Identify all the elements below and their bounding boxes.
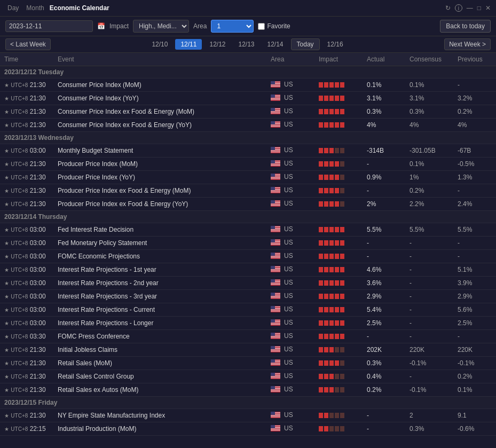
svg-rect-219 bbox=[271, 386, 275, 389]
cell-consensus: 2 bbox=[405, 409, 453, 422]
cell-consensus: -0.1% bbox=[405, 357, 453, 370]
maximize-icon[interactable]: □ bbox=[477, 4, 481, 12]
svg-rect-97 bbox=[271, 231, 280, 231]
cell-impact bbox=[314, 92, 363, 105]
table-row[interactable]: ★ UTC+8 21:30NY Empire State Manufacturi… bbox=[0, 409, 496, 422]
table-row[interactable]: ★ UTC+8 03:00Fed Interest Rate DecisionU… bbox=[0, 223, 496, 237]
cell-event[interactable]: Retail Sales Control Group bbox=[53, 370, 266, 383]
nav-today-button[interactable]: Today bbox=[291, 38, 320, 50]
cell-event[interactable]: Interest Rate Projections - 3rd year bbox=[53, 290, 266, 303]
table-row[interactable]: ★ UTC+8 21:30Producer Price Index (YoY)U… bbox=[0, 171, 496, 184]
cell-event[interactable]: Interest Rate Projections - Current bbox=[53, 303, 266, 317]
table-row[interactable]: ★ UTC+8 03:30FOMC Press ConferenceUS--- bbox=[0, 330, 496, 343]
info-icon[interactable]: i bbox=[455, 4, 462, 12]
back-today-button[interactable]: Back to today bbox=[440, 20, 491, 33]
calendar-icon[interactable]: 📅 bbox=[97, 22, 105, 30]
cell-event[interactable]: Interest Rate Projections - Longer bbox=[53, 317, 266, 330]
cell-actual: 0.3% bbox=[363, 105, 405, 119]
cell-event[interactable]: Producer Price Index (YoY) bbox=[53, 171, 266, 184]
cell-event[interactable]: Interest Rate Projections - 1st year bbox=[53, 263, 266, 277]
cell-event[interactable]: Producer Price Index ex Food & Energy (M… bbox=[53, 184, 266, 198]
table-row[interactable]: ★ UTC+8 03:00Interest Rate Projections -… bbox=[0, 277, 496, 290]
refresh-icon[interactable]: ↻ bbox=[445, 4, 451, 12]
nav-date-1214[interactable]: 12/14 bbox=[262, 39, 289, 50]
svg-rect-175 bbox=[271, 336, 280, 337]
cell-event[interactable]: Fed Monetary Policy Statement bbox=[53, 237, 266, 250]
cell-event[interactable]: Initial Jobless Claims bbox=[53, 343, 266, 357]
table-row[interactable]: ★ UTC+8 03:00Interest Rate Projections -… bbox=[0, 317, 496, 330]
cell-event[interactable]: S&P Global Composite PMI bbox=[53, 436, 266, 437]
next-week-button[interactable]: Next Week > bbox=[444, 38, 491, 50]
table-row[interactable]: ★ UTC+8 21:30Retail Sales Control GroupU… bbox=[0, 370, 496, 383]
table-row[interactable]: ★ UTC+8 03:00Interest Rate Projections -… bbox=[0, 263, 496, 277]
cell-event[interactable]: Industrial Production (MoM) bbox=[53, 422, 266, 436]
table-row[interactable]: ★ UTC+8 21:30Consumer Price Index (YoY)U… bbox=[0, 92, 496, 105]
cell-time: ★ UTC+8 21:30 bbox=[0, 184, 53, 198]
cell-event[interactable]: Retail Sales ex Autos (MoM) bbox=[53, 383, 266, 397]
close-icon[interactable]: ✕ bbox=[485, 4, 491, 12]
cell-area: US bbox=[266, 263, 314, 277]
table-row[interactable]: ★ UTC+8 03:00Monthly Budget StatementUS-… bbox=[0, 144, 496, 158]
header-time: Time bbox=[0, 53, 53, 66]
table-row[interactable]: ★ UTC+8 21:30Consumer Price Index (MoM)U… bbox=[0, 78, 496, 92]
table-row[interactable]: ★ UTC+8 21:30Producer Price Index ex Foo… bbox=[0, 198, 496, 211]
date-input[interactable] bbox=[5, 20, 93, 32]
table-row[interactable]: ★ UTC+8 03:00FOMC Economic ProjectionsUS… bbox=[0, 250, 496, 263]
table-row[interactable]: ★ UTC+8 03:00Interest Rate Projections -… bbox=[0, 290, 496, 303]
nav-date-1212[interactable]: 12/12 bbox=[204, 39, 231, 50]
table-row[interactable]: ★ UTC+8 21:30Initial Jobless ClaimsUS202… bbox=[0, 343, 496, 357]
cell-event[interactable]: Producer Price Index ex Food & Energy (Y… bbox=[53, 198, 266, 211]
svg-rect-117 bbox=[271, 257, 280, 258]
cell-event[interactable]: Monthly Budget Statement bbox=[53, 144, 266, 158]
section-header: 2023/12/13 Wednesday bbox=[0, 132, 496, 144]
cell-event[interactable]: FOMC Economic Projections bbox=[53, 250, 266, 263]
cell-event[interactable]: NY Empire State Manufacturing Index bbox=[53, 409, 266, 422]
favorite-checkbox[interactable] bbox=[258, 23, 265, 30]
svg-rect-145 bbox=[271, 296, 280, 297]
cell-event[interactable]: FOMC Press Conference bbox=[53, 330, 266, 343]
cell-previous: 1.3% bbox=[453, 171, 496, 184]
cell-event[interactable]: Retail Sales (MoM) bbox=[53, 357, 266, 370]
cell-event[interactable]: Consumer Price Index ex Food & Energy (Y… bbox=[53, 119, 266, 132]
table-row[interactable]: ★ UTC+8 21:30Producer Price Index (MoM)U… bbox=[0, 158, 496, 171]
tab-month[interactable]: Month bbox=[24, 3, 46, 13]
table-row[interactable]: ★ UTC+8 21:30Retail Sales ex Autos (MoM)… bbox=[0, 383, 496, 397]
svg-rect-118 bbox=[271, 258, 280, 259]
svg-rect-79 bbox=[271, 187, 275, 190]
nav-date-1213[interactable]: 12/13 bbox=[233, 39, 259, 50]
svg-rect-176 bbox=[271, 337, 280, 337]
table-row[interactable]: ★ UTC+8 21:30Retail Sales (MoM)US0.3%-0.… bbox=[0, 357, 496, 370]
nav-date-1210[interactable]: 12/10 bbox=[146, 39, 173, 50]
cell-actual: 2% bbox=[363, 198, 405, 211]
nav-date-1216[interactable]: 12/16 bbox=[322, 39, 349, 50]
cell-event[interactable]: Fed Interest Rate Decision bbox=[53, 223, 266, 237]
minimize-icon[interactable]: — bbox=[467, 4, 473, 12]
prev-week-button[interactable]: < Last Week bbox=[5, 38, 51, 50]
cell-area: US bbox=[266, 158, 314, 171]
tab-day[interactable]: Day bbox=[5, 3, 21, 13]
svg-rect-129 bbox=[271, 266, 275, 269]
table-row[interactable]: ★ UTC+8 22:15Industrial Production (MoM)… bbox=[0, 422, 496, 436]
cell-event[interactable]: Consumer Price Index (MoM) bbox=[53, 78, 266, 92]
cell-event[interactable]: Producer Price Index (MoM) bbox=[53, 158, 266, 171]
cell-area: US bbox=[266, 277, 314, 290]
header-event: Event bbox=[53, 53, 266, 66]
nav-date-1211[interactable]: 12/11 bbox=[175, 39, 202, 50]
area-dropdown[interactable]: 1 bbox=[211, 20, 254, 33]
svg-rect-98 bbox=[271, 232, 280, 232]
table-row[interactable]: ★ UTC+8 22:45S&P Global Composite PMIUS-… bbox=[0, 436, 496, 437]
impact-dropdown[interactable]: High., Medi... bbox=[133, 20, 189, 33]
cell-event[interactable]: Interest Rate Projections - 2nd year bbox=[53, 277, 266, 290]
svg-rect-177 bbox=[271, 337, 280, 338]
svg-rect-37 bbox=[271, 126, 280, 127]
favorite-checkbox-label[interactable]: Favorite bbox=[258, 22, 290, 30]
table-row[interactable]: ★ UTC+8 03:00Fed Monetary Policy Stateme… bbox=[0, 237, 496, 250]
table-row[interactable]: ★ UTC+8 21:30Consumer Price Index ex Foo… bbox=[0, 105, 496, 119]
cell-event[interactable]: Consumer Price Index (YoY) bbox=[53, 92, 266, 105]
cell-time: ★ UTC+8 03:00 bbox=[0, 290, 53, 303]
table-row[interactable]: ★ UTC+8 21:30Producer Price Index ex Foo… bbox=[0, 184, 496, 198]
table-row[interactable]: ★ UTC+8 21:30Consumer Price Index ex Foo… bbox=[0, 119, 496, 132]
table-row[interactable]: ★ UTC+8 03:00Interest Rate Projections -… bbox=[0, 303, 496, 317]
cell-event[interactable]: Consumer Price Index ex Food & Energy (M… bbox=[53, 105, 266, 119]
svg-rect-105 bbox=[271, 243, 280, 243]
